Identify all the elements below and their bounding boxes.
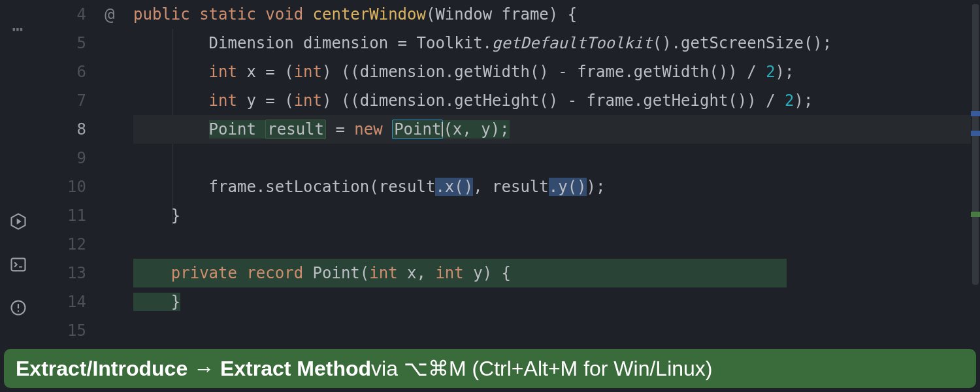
gutter-annotations: @ [102, 0, 133, 345]
code-text [133, 63, 209, 81]
scrollbar[interactable] [971, 0, 980, 345]
code-text: Dimension dimension = Toolkit. [133, 34, 492, 52]
keyword: int [209, 63, 237, 81]
line-number: 5 [37, 29, 86, 57]
line-number: 13 [37, 259, 86, 287]
code-line[interactable]: public static void centerWindow(Window f… [133, 0, 980, 29]
code-line[interactable]: Dimension dimension = Toolkit.getDefault… [133, 29, 980, 57]
modified-icon[interactable]: @ [105, 0, 115, 29]
method-name: centerWindow [313, 5, 426, 24]
code-text [133, 91, 209, 110]
code-line[interactable]: int x = (int) ((dimension.getWidth() - f… [133, 57, 980, 86]
hint-text: via ⌥⌘M (Ctrl+Alt+M for Win/Linux) [371, 356, 712, 381]
number-literal: 2 [785, 91, 794, 110]
line-number: 9 [37, 144, 86, 172]
problems-icon[interactable] [7, 296, 30, 319]
code-text: , result [473, 178, 549, 196]
keyword: int [209, 91, 237, 110]
usage-highlight: .x() [435, 178, 473, 196]
code-text: ); [776, 63, 794, 81]
code-text: (x, y); [443, 120, 509, 139]
line-number: 4 [37, 0, 86, 29]
code-text: ().getScreenSize(); [653, 34, 832, 52]
run-hex-icon[interactable] [7, 210, 30, 233]
code-text [133, 264, 171, 282]
code-text: = [326, 120, 354, 139]
keyword: int [294, 63, 322, 81]
code-area[interactable]: public static void centerWindow(Window f… [133, 0, 980, 345]
code-line[interactable]: Point result = new Point(x, y); [133, 115, 980, 144]
signature: (Window frame) { [426, 5, 577, 24]
add-marker[interactable] [971, 212, 980, 217]
code-text: ); [587, 178, 606, 196]
usage-highlight: .y() [549, 178, 587, 196]
line-number: 11 [37, 201, 86, 230]
code-line[interactable] [133, 316, 980, 345]
code-text: ) ((dimension.getWidth() - frame.getWidt… [322, 63, 766, 81]
code-text: } [133, 293, 180, 311]
code-text: y) { [464, 264, 511, 282]
line-number: 6 [37, 57, 86, 86]
learn-hint-bar: Extract/Introduce → Extract Method via ⌥… [4, 349, 976, 388]
keyword: int [294, 91, 322, 110]
more-icon[interactable]: ⋯ [12, 18, 25, 40]
terminal-icon[interactable] [7, 253, 30, 276]
line-number: 15 [37, 316, 86, 345]
change-marker[interactable] [971, 131, 980, 136]
keyword: new [354, 120, 392, 139]
code-text [133, 120, 209, 139]
keyword: int [435, 264, 463, 282]
code-text: } [133, 206, 180, 225]
code-editor: ⋯ 4 5 6 7 8 9 10 11 [0, 0, 980, 345]
hint-text-bold: Extract/Introduce → Extract Method [16, 357, 371, 381]
change-marker[interactable] [971, 111, 980, 116]
keyword: public static void [133, 5, 303, 24]
code-text: ) ((dimension.getHeight() - frame.getHei… [322, 91, 785, 110]
number-literal: 2 [766, 63, 775, 81]
code-text: y = ( [237, 91, 294, 110]
static-call: getDefaultToolkit [492, 34, 653, 52]
svg-point-5 [18, 310, 19, 312]
keyword: private [171, 264, 237, 282]
code-line[interactable]: int y = (int) ((dimension.getHeight() - … [133, 86, 980, 115]
keyword: record [237, 264, 313, 282]
code-text: x, [398, 264, 436, 282]
svg-rect-2 [12, 259, 25, 271]
code-line[interactable] [133, 144, 980, 172]
code-line[interactable] [133, 230, 980, 259]
rename-target[interactable]: result [265, 120, 326, 139]
svg-marker-1 [17, 218, 22, 224]
line-number-gutter: 4 5 6 7 8 9 10 11 12 13 14 15 [37, 0, 102, 345]
line-number: 12 [37, 230, 86, 259]
code-text: x = ( [237, 63, 294, 81]
code-text: ); [794, 91, 813, 110]
line-number: 10 [37, 172, 86, 201]
code-line[interactable]: private record Point(int x, int y) { [133, 259, 980, 287]
type: Point( [313, 264, 370, 282]
line-number: 7 [37, 86, 86, 115]
code-line[interactable]: } [133, 287, 980, 316]
tool-strip: ⋯ [0, 0, 37, 345]
line-number: 8 [37, 115, 86, 144]
code-line[interactable]: } [133, 201, 980, 230]
keyword: int [369, 264, 397, 282]
code-line[interactable]: frame.setLocation(result.x(), result.y()… [133, 172, 980, 201]
type: Point [209, 120, 266, 139]
cursor-token[interactable]: Point [392, 120, 443, 139]
code-text: frame.setLocation(result [133, 178, 435, 196]
scrollbar-thumb[interactable] [972, 4, 979, 285]
line-number: 14 [37, 287, 86, 316]
